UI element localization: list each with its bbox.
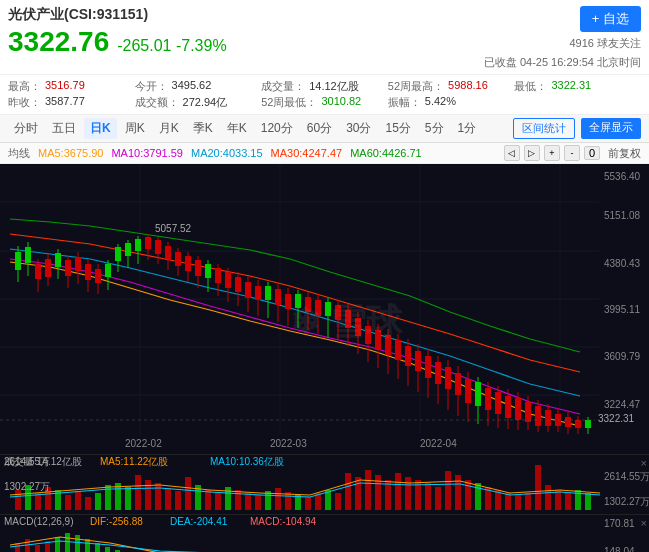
svg-text:3995.11: 3995.11 <box>604 304 641 315</box>
svg-rect-19 <box>55 253 61 267</box>
svg-rect-182 <box>435 487 441 510</box>
svg-rect-160 <box>215 493 221 510</box>
svg-rect-191 <box>525 493 531 510</box>
svg-text:3224.47: 3224.47 <box>604 399 641 410</box>
svg-rect-163 <box>245 493 251 510</box>
time-info: 已收盘 04-25 16:29:54 北京时间 <box>484 55 641 70</box>
svg-rect-166 <box>275 488 281 510</box>
svg-rect-145 <box>65 495 71 510</box>
tab-60[interactable]: 60分 <box>301 118 338 139</box>
fuquan-label: 前复权 <box>608 146 641 161</box>
svg-rect-121 <box>565 417 571 427</box>
fullscreen-button[interactable]: 全屏显示 <box>581 118 641 139</box>
stat-amount: 成交额： 272.94亿 <box>135 95 262 110</box>
svg-rect-61 <box>265 286 271 300</box>
svg-rect-59 <box>255 286 261 300</box>
macd-chart-svg: MACD(12,26,9) DIF:-256.88 DEA:-204.41 MA… <box>0 515 649 552</box>
ma20-value: MA20:4033.15 <box>191 147 263 159</box>
nav-right-arrow[interactable]: ▷ <box>524 145 540 161</box>
macd-close-button[interactable]: × <box>641 517 647 529</box>
svg-rect-43 <box>175 252 181 266</box>
tab-1[interactable]: 1分 <box>452 118 483 139</box>
svg-rect-117 <box>545 410 551 426</box>
nav-arrows: ◁ ▷ + - 0 前复权 <box>504 145 641 161</box>
svg-text:2022-04: 2022-04 <box>420 438 457 449</box>
svg-rect-155 <box>165 488 171 510</box>
nav-zoom-in[interactable]: + <box>544 145 560 161</box>
svg-rect-31 <box>115 247 121 261</box>
svg-rect-197 <box>585 493 591 510</box>
nav-zoom-out[interactable]: - <box>564 145 580 161</box>
svg-rect-189 <box>505 493 511 510</box>
svg-rect-140 <box>15 490 21 510</box>
svg-rect-87 <box>395 340 401 360</box>
svg-rect-181 <box>425 483 431 510</box>
ma10-value: MA10:3791.59 <box>111 147 183 159</box>
svg-rect-162 <box>235 490 241 510</box>
svg-rect-142 <box>35 493 41 510</box>
svg-rect-212 <box>65 533 70 552</box>
svg-rect-175 <box>365 470 371 510</box>
svg-rect-101 <box>465 379 471 403</box>
volume-chart[interactable]: 2614.55万 1302.27万 成交量 14.12亿股 MA5:11.22亿… <box>0 454 649 514</box>
svg-text:5536.40: 5536.40 <box>604 171 641 182</box>
stat-low: 最低： 3322.31 <box>514 79 641 94</box>
watchlist-button[interactable]: + 自选 <box>580 6 641 32</box>
svg-rect-93 <box>425 356 431 378</box>
tab-yuek[interactable]: 月K <box>153 118 185 139</box>
stat-open: 今开： 3495.62 <box>135 79 262 94</box>
svg-text:2614.55万: 2614.55万 <box>604 471 649 482</box>
svg-rect-153 <box>145 480 151 510</box>
nav-zero[interactable]: 0 <box>584 146 600 160</box>
svg-rect-190 <box>515 495 521 510</box>
svg-rect-157 <box>185 477 191 510</box>
nav-left-arrow[interactable]: ◁ <box>504 145 520 161</box>
svg-rect-113 <box>525 402 531 422</box>
svg-rect-95 <box>435 362 441 384</box>
svg-text:DEA:-204.41: DEA:-204.41 <box>170 516 228 527</box>
interval-stats-button[interactable]: 区间统计 <box>513 118 575 139</box>
ma-label: 均线 <box>8 146 30 161</box>
svg-rect-45 <box>185 256 191 271</box>
tab-row: 分时 五日 日K 周K 月K 季K 年K 120分 60分 30分 15分 5分… <box>0 115 649 143</box>
macd-chart[interactable]: MACD(12,26,9) DIF:-256.88 DEA:-204.41 MA… <box>0 514 649 552</box>
svg-rect-115 <box>535 406 541 426</box>
svg-rect-174 <box>355 477 361 510</box>
tab-30[interactable]: 30分 <box>340 118 377 139</box>
svg-rect-53 <box>225 272 231 288</box>
svg-rect-103 <box>475 382 481 406</box>
svg-rect-179 <box>405 477 411 510</box>
svg-text:2022-03: 2022-03 <box>270 438 307 449</box>
svg-text:148.04: 148.04 <box>604 546 635 552</box>
tab-fenshi[interactable]: 分时 <box>8 118 44 139</box>
svg-rect-97 <box>445 367 451 389</box>
svg-rect-21 <box>65 260 71 276</box>
tab-wuri[interactable]: 五日 <box>46 118 82 139</box>
svg-rect-33 <box>125 243 131 256</box>
svg-rect-209 <box>35 545 40 552</box>
svg-rect-41 <box>165 246 171 259</box>
tab-right-buttons: 区间统计 全屏显示 <box>513 118 641 139</box>
main-chart[interactable]: 5057.52 3322.31 ❄ 雪球 5536.40 5151.08 438… <box>0 164 649 454</box>
svg-rect-154 <box>155 483 161 510</box>
svg-rect-146 <box>75 491 81 510</box>
header: 光伏产业(CSI:931151) 3322.76 -265.01 -7.39% … <box>0 0 649 75</box>
stock-title: 光伏产业(CSI:931151) <box>8 6 227 24</box>
tab-15[interactable]: 15分 <box>379 118 416 139</box>
svg-rect-107 <box>495 392 501 414</box>
volume-close-button[interactable]: × <box>641 457 647 469</box>
svg-rect-23 <box>75 257 81 271</box>
svg-rect-178 <box>395 473 401 510</box>
svg-rect-99 <box>455 373 461 395</box>
tab-niank[interactable]: 年K <box>221 118 253 139</box>
tab-5[interactable]: 5分 <box>419 118 450 139</box>
svg-rect-105 <box>485 388 491 410</box>
tab-jik[interactable]: 季K <box>187 118 219 139</box>
tab-rik[interactable]: 日K <box>84 118 117 139</box>
tab-zhouk[interactable]: 周K <box>119 118 151 139</box>
svg-rect-17 <box>45 259 51 277</box>
svg-text:3322.31: 3322.31 <box>598 413 635 424</box>
tab-120[interactable]: 120分 <box>255 118 299 139</box>
svg-text:4380.43: 4380.43 <box>604 258 641 269</box>
svg-rect-27 <box>95 269 101 283</box>
